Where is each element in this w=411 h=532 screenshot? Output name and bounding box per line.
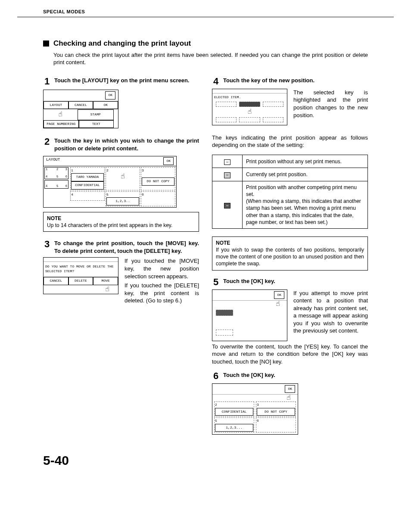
cell-desc: Print position with another competing pr…: [243, 181, 368, 228]
cell-numbers: 1,2,3..: [106, 197, 139, 205]
stamp-button: STAMP: [78, 109, 114, 120]
ok-button: OK: [274, 291, 284, 299]
cancel-button: CANCEL: [68, 101, 93, 109]
cell-confidential: CONFIDENTIAL: [215, 408, 253, 416]
cell-numbers: 1,2,3...: [215, 424, 253, 432]
step-text: Touch the key in which you wish to chang…: [54, 137, 199, 152]
cancel-button: CANCEL: [44, 277, 68, 285]
cell-do-not-copy: DO NOT COPY: [257, 408, 295, 416]
step-text: Touch the key of the new position.: [223, 77, 368, 86]
step5-para-b: To overwrite the content, touch the [YES…: [212, 343, 368, 366]
figure-step2: LAYOUT OK 1 2 3 4 5 6 4: [43, 156, 177, 208]
page-title-row: Checking and changing the print layout: [43, 39, 368, 49]
step-2: 2 Touch the key in which you wish to cha…: [43, 137, 199, 152]
hand-pointer-icon: ☝: [58, 111, 62, 118]
text-button: TEXT: [79, 120, 114, 128]
step-number: 3: [43, 240, 51, 255]
hand-pointer-icon: ☝: [286, 394, 291, 402]
step-4: 4 Touch the key of the new position.: [212, 77, 368, 86]
step-text: Touch the [OK] key.: [223, 277, 368, 287]
page-header: SPECIAL MODES: [17, 9, 394, 17]
cell-confidential: CONFIDENTIAL: [71, 181, 104, 190]
figure-step3: DO YOU WANT TO MOVE OR DELETE THE SELECT…: [43, 257, 118, 294]
step-1: 1 Touch the [LAYOUT] key on the print me…: [43, 77, 199, 86]
cell-taro: TARO YAMADA: [71, 173, 104, 181]
note-2: NOTE If you wish to swap the contents of…: [212, 236, 368, 271]
note-label: NOTE: [216, 240, 230, 246]
step-number: 5: [212, 277, 220, 287]
hand-pointer-icon: ☝: [121, 173, 125, 180]
table-row: ▭ Currently set print position.: [212, 168, 368, 181]
figure-step6: OK ☝ 2CONFIDENTIAL 3DO NOT COPY 51,2,3..…: [212, 383, 298, 435]
ok-button: OK: [163, 157, 174, 165]
step-3: 3 To change the print position, touch th…: [43, 240, 199, 255]
step4-desc: The selected key is highlighted and the …: [293, 89, 368, 119]
figure-step4: ELECTED ITEM. ☝: [212, 89, 287, 125]
page-number: 5-40: [17, 452, 394, 470]
cell-desc: Print position without any set print men…: [243, 155, 368, 168]
key-icon-competing: ▭: [224, 203, 230, 208]
figure-step5: OK ☝: [212, 289, 287, 341]
ok-button: OK: [285, 385, 295, 393]
ok-button: OK: [93, 101, 118, 109]
ok-button: OK: [105, 91, 115, 100]
elected-item-label: ELECTED ITEM.: [212, 93, 287, 101]
step-5: 5 Touch the [OK] key.: [212, 277, 368, 287]
key-icon-current: ▭: [224, 172, 230, 178]
step-number: 2: [43, 137, 51, 152]
step-number: 4: [212, 77, 220, 86]
step-number: 1: [43, 77, 51, 86]
step-6: 6 Touch the [OK] key.: [212, 371, 368, 381]
hand-pointer-icon: ☝: [248, 108, 252, 116]
print-position-table: ▭ Print position without any set print m…: [212, 155, 368, 229]
delete-button: DELETE: [68, 277, 93, 285]
figure-step1: OK LAYOUT CANCEL OK ☝ STAMP PAGE NUMBERI…: [43, 90, 118, 129]
move-button: MOVE: [93, 277, 118, 285]
step-text: Touch the [LAYOUT] key on the print menu…: [54, 77, 199, 86]
section-name: SPECIAL MODES: [17, 9, 394, 15]
note-label: NOTE: [47, 215, 61, 221]
step-text: To change the print position, touch the …: [54, 240, 199, 255]
page-numbering-button: PAGE NUMBERING: [44, 120, 79, 128]
table-row: ▭ Print position with another competing …: [212, 181, 368, 228]
cell-desc: Currently set print position.: [243, 168, 368, 181]
intro-paragraph: You can check the print layout after the…: [53, 51, 368, 66]
note-1: NOTE Up to 14 characters of the print te…: [43, 212, 199, 232]
note-text: If you wish to swap the contents of two …: [216, 246, 364, 268]
square-bullet-icon: [43, 40, 49, 47]
hand-pointer-icon: ☝: [276, 300, 280, 308]
layout-button: LAYOUT: [44, 101, 68, 109]
prompt-text: DO YOU WANT TO MOVE OR DELETE THE SELECT…: [44, 262, 118, 277]
step3-desc-b: If you touched the [DELETE] key, the pri…: [125, 282, 199, 305]
hand-pointer-icon: ☝: [105, 286, 109, 293]
key-icon-empty: ▭: [224, 159, 230, 165]
step-text: Touch the [OK] key.: [223, 371, 368, 381]
layout-label: LAYOUT: [46, 157, 60, 165]
note-text: Up to 14 characters of the print text ap…: [47, 222, 195, 229]
page-title: Checking and changing the print layout: [53, 39, 191, 49]
step5-desc: If you attempt to move print content to …: [293, 289, 368, 335]
table-row: ▭ Print position without any set print m…: [212, 155, 368, 168]
cell-do-not-copy: DO NOT COPY: [142, 177, 174, 186]
step4-para-b: The keys indicating the print position a…: [212, 134, 368, 149]
step-number: 6: [212, 371, 220, 381]
step3-desc-a: If you touched the [MOVE] key, the new p…: [125, 257, 199, 280]
